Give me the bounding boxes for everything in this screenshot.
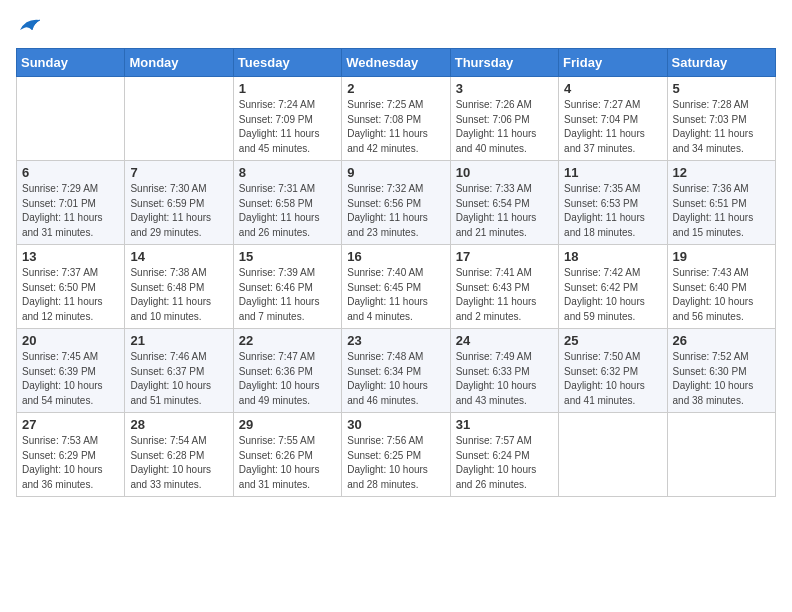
calendar-cell: 18Sunrise: 7:42 AM Sunset: 6:42 PM Dayli… xyxy=(559,245,667,329)
day-info: Sunrise: 7:46 AM Sunset: 6:37 PM Dayligh… xyxy=(130,350,227,408)
day-info: Sunrise: 7:49 AM Sunset: 6:33 PM Dayligh… xyxy=(456,350,553,408)
day-number: 16 xyxy=(347,249,444,264)
day-number: 18 xyxy=(564,249,661,264)
day-info: Sunrise: 7:35 AM Sunset: 6:53 PM Dayligh… xyxy=(564,182,661,240)
calendar-cell xyxy=(17,77,125,161)
day-number: 20 xyxy=(22,333,119,348)
day-info: Sunrise: 7:45 AM Sunset: 6:39 PM Dayligh… xyxy=(22,350,119,408)
day-info: Sunrise: 7:41 AM Sunset: 6:43 PM Dayligh… xyxy=(456,266,553,324)
calendar-week-row: 13Sunrise: 7:37 AM Sunset: 6:50 PM Dayli… xyxy=(17,245,776,329)
day-info: Sunrise: 7:50 AM Sunset: 6:32 PM Dayligh… xyxy=(564,350,661,408)
calendar-week-row: 1Sunrise: 7:24 AM Sunset: 7:09 PM Daylig… xyxy=(17,77,776,161)
calendar-cell: 28Sunrise: 7:54 AM Sunset: 6:28 PM Dayli… xyxy=(125,413,233,497)
day-info: Sunrise: 7:31 AM Sunset: 6:58 PM Dayligh… xyxy=(239,182,336,240)
calendar-table: SundayMondayTuesdayWednesdayThursdayFrid… xyxy=(16,48,776,497)
day-number: 29 xyxy=(239,417,336,432)
weekday-header: Thursday xyxy=(450,49,558,77)
page-header xyxy=(16,16,776,36)
calendar-cell: 2Sunrise: 7:25 AM Sunset: 7:08 PM Daylig… xyxy=(342,77,450,161)
calendar-cell: 31Sunrise: 7:57 AM Sunset: 6:24 PM Dayli… xyxy=(450,413,558,497)
day-info: Sunrise: 7:30 AM Sunset: 6:59 PM Dayligh… xyxy=(130,182,227,240)
calendar-cell: 13Sunrise: 7:37 AM Sunset: 6:50 PM Dayli… xyxy=(17,245,125,329)
day-number: 4 xyxy=(564,81,661,96)
calendar-cell: 7Sunrise: 7:30 AM Sunset: 6:59 PM Daylig… xyxy=(125,161,233,245)
calendar-cell: 26Sunrise: 7:52 AM Sunset: 6:30 PM Dayli… xyxy=(667,329,775,413)
calendar-cell: 9Sunrise: 7:32 AM Sunset: 6:56 PM Daylig… xyxy=(342,161,450,245)
calendar-cell: 27Sunrise: 7:53 AM Sunset: 6:29 PM Dayli… xyxy=(17,413,125,497)
day-info: Sunrise: 7:27 AM Sunset: 7:04 PM Dayligh… xyxy=(564,98,661,156)
day-number: 17 xyxy=(456,249,553,264)
day-number: 19 xyxy=(673,249,770,264)
day-info: Sunrise: 7:38 AM Sunset: 6:48 PM Dayligh… xyxy=(130,266,227,324)
day-number: 8 xyxy=(239,165,336,180)
calendar-cell xyxy=(559,413,667,497)
day-info: Sunrise: 7:55 AM Sunset: 6:26 PM Dayligh… xyxy=(239,434,336,492)
day-number: 10 xyxy=(456,165,553,180)
day-info: Sunrise: 7:57 AM Sunset: 6:24 PM Dayligh… xyxy=(456,434,553,492)
calendar-week-row: 20Sunrise: 7:45 AM Sunset: 6:39 PM Dayli… xyxy=(17,329,776,413)
day-number: 12 xyxy=(673,165,770,180)
calendar-cell: 22Sunrise: 7:47 AM Sunset: 6:36 PM Dayli… xyxy=(233,329,341,413)
calendar-cell: 3Sunrise: 7:26 AM Sunset: 7:06 PM Daylig… xyxy=(450,77,558,161)
calendar-cell: 1Sunrise: 7:24 AM Sunset: 7:09 PM Daylig… xyxy=(233,77,341,161)
day-info: Sunrise: 7:43 AM Sunset: 6:40 PM Dayligh… xyxy=(673,266,770,324)
weekday-header: Sunday xyxy=(17,49,125,77)
calendar-cell: 8Sunrise: 7:31 AM Sunset: 6:58 PM Daylig… xyxy=(233,161,341,245)
day-number: 9 xyxy=(347,165,444,180)
calendar-cell: 6Sunrise: 7:29 AM Sunset: 7:01 PM Daylig… xyxy=(17,161,125,245)
day-number: 7 xyxy=(130,165,227,180)
calendar-cell: 17Sunrise: 7:41 AM Sunset: 6:43 PM Dayli… xyxy=(450,245,558,329)
day-info: Sunrise: 7:32 AM Sunset: 6:56 PM Dayligh… xyxy=(347,182,444,240)
day-info: Sunrise: 7:26 AM Sunset: 7:06 PM Dayligh… xyxy=(456,98,553,156)
calendar-cell xyxy=(667,413,775,497)
day-number: 3 xyxy=(456,81,553,96)
day-info: Sunrise: 7:40 AM Sunset: 6:45 PM Dayligh… xyxy=(347,266,444,324)
calendar-header-row: SundayMondayTuesdayWednesdayThursdayFrid… xyxy=(17,49,776,77)
day-info: Sunrise: 7:28 AM Sunset: 7:03 PM Dayligh… xyxy=(673,98,770,156)
day-number: 27 xyxy=(22,417,119,432)
calendar-cell: 16Sunrise: 7:40 AM Sunset: 6:45 PM Dayli… xyxy=(342,245,450,329)
calendar-week-row: 6Sunrise: 7:29 AM Sunset: 7:01 PM Daylig… xyxy=(17,161,776,245)
day-info: Sunrise: 7:39 AM Sunset: 6:46 PM Dayligh… xyxy=(239,266,336,324)
calendar-cell: 10Sunrise: 7:33 AM Sunset: 6:54 PM Dayli… xyxy=(450,161,558,245)
day-info: Sunrise: 7:36 AM Sunset: 6:51 PM Dayligh… xyxy=(673,182,770,240)
day-number: 25 xyxy=(564,333,661,348)
calendar-cell: 24Sunrise: 7:49 AM Sunset: 6:33 PM Dayli… xyxy=(450,329,558,413)
day-info: Sunrise: 7:48 AM Sunset: 6:34 PM Dayligh… xyxy=(347,350,444,408)
day-info: Sunrise: 7:47 AM Sunset: 6:36 PM Dayligh… xyxy=(239,350,336,408)
calendar-cell: 15Sunrise: 7:39 AM Sunset: 6:46 PM Dayli… xyxy=(233,245,341,329)
weekday-header: Saturday xyxy=(667,49,775,77)
day-number: 15 xyxy=(239,249,336,264)
day-info: Sunrise: 7:25 AM Sunset: 7:08 PM Dayligh… xyxy=(347,98,444,156)
calendar-cell: 19Sunrise: 7:43 AM Sunset: 6:40 PM Dayli… xyxy=(667,245,775,329)
day-number: 31 xyxy=(456,417,553,432)
day-number: 21 xyxy=(130,333,227,348)
weekday-header: Wednesday xyxy=(342,49,450,77)
calendar-cell: 30Sunrise: 7:56 AM Sunset: 6:25 PM Dayli… xyxy=(342,413,450,497)
weekday-header: Friday xyxy=(559,49,667,77)
day-info: Sunrise: 7:54 AM Sunset: 6:28 PM Dayligh… xyxy=(130,434,227,492)
calendar-cell: 14Sunrise: 7:38 AM Sunset: 6:48 PM Dayli… xyxy=(125,245,233,329)
calendar-cell: 11Sunrise: 7:35 AM Sunset: 6:53 PM Dayli… xyxy=(559,161,667,245)
day-info: Sunrise: 7:56 AM Sunset: 6:25 PM Dayligh… xyxy=(347,434,444,492)
calendar-cell: 21Sunrise: 7:46 AM Sunset: 6:37 PM Dayli… xyxy=(125,329,233,413)
logo xyxy=(16,16,42,36)
day-info: Sunrise: 7:33 AM Sunset: 6:54 PM Dayligh… xyxy=(456,182,553,240)
logo-bird-icon xyxy=(18,16,42,36)
calendar-cell: 4Sunrise: 7:27 AM Sunset: 7:04 PM Daylig… xyxy=(559,77,667,161)
day-number: 13 xyxy=(22,249,119,264)
calendar-cell: 29Sunrise: 7:55 AM Sunset: 6:26 PM Dayli… xyxy=(233,413,341,497)
day-number: 26 xyxy=(673,333,770,348)
day-info: Sunrise: 7:52 AM Sunset: 6:30 PM Dayligh… xyxy=(673,350,770,408)
calendar-week-row: 27Sunrise: 7:53 AM Sunset: 6:29 PM Dayli… xyxy=(17,413,776,497)
day-info: Sunrise: 7:29 AM Sunset: 7:01 PM Dayligh… xyxy=(22,182,119,240)
day-number: 1 xyxy=(239,81,336,96)
day-number: 14 xyxy=(130,249,227,264)
weekday-header: Monday xyxy=(125,49,233,77)
calendar-cell: 5Sunrise: 7:28 AM Sunset: 7:03 PM Daylig… xyxy=(667,77,775,161)
calendar-cell xyxy=(125,77,233,161)
day-number: 30 xyxy=(347,417,444,432)
day-number: 11 xyxy=(564,165,661,180)
day-number: 5 xyxy=(673,81,770,96)
day-info: Sunrise: 7:53 AM Sunset: 6:29 PM Dayligh… xyxy=(22,434,119,492)
